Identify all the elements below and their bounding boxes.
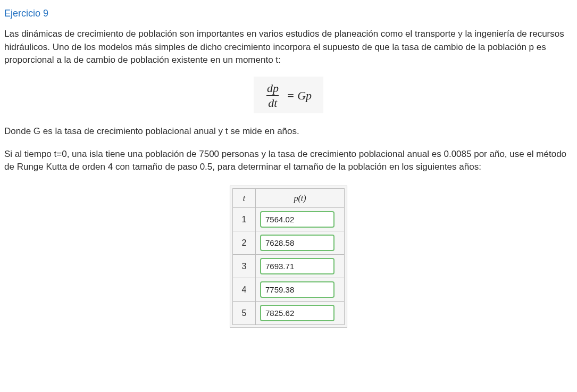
exercise-title: Ejercicio 9 xyxy=(4,6,573,20)
t-value: 1 xyxy=(233,208,256,231)
equation-block: dp dt = Gp xyxy=(4,77,573,113)
equation-numerator: dp xyxy=(265,82,280,95)
equation: dp dt = Gp xyxy=(265,82,312,109)
answer-input[interactable] xyxy=(260,281,335,298)
answer-input[interactable] xyxy=(260,235,335,251)
problem-paragraph-2: Donde G es la tasa de crecimiento poblac… xyxy=(4,125,573,138)
answer-input[interactable] xyxy=(260,305,335,321)
t-value: 4 xyxy=(233,278,256,302)
table-row: 2 xyxy=(233,231,345,255)
table-row: 5 xyxy=(233,302,345,325)
problem-paragraph-3: Si al tiempo t=0, una isla tiene una pob… xyxy=(4,148,573,174)
t-value: 2 xyxy=(233,231,256,255)
table-row: 3 xyxy=(233,255,345,278)
answer-table: t p(t) 1 2 xyxy=(232,188,345,325)
column-header-pt: p(t) xyxy=(256,189,345,208)
answer-input[interactable] xyxy=(260,258,335,274)
t-value: 3 xyxy=(233,255,256,278)
equation-fraction: dp dt xyxy=(265,82,280,109)
equation-box: dp dt = Gp xyxy=(254,77,323,113)
equation-rhs: = Gp xyxy=(287,87,312,104)
problem-paragraph-1: Las dinámicas de crecimiento de població… xyxy=(4,28,573,67)
table-row: 4 xyxy=(233,278,345,302)
answer-table-container: t p(t) 1 2 xyxy=(230,186,347,328)
table-row: 1 xyxy=(233,208,345,231)
column-header-t: t xyxy=(233,189,256,208)
answer-input[interactable] xyxy=(260,211,335,228)
equation-denominator: dt xyxy=(266,95,279,109)
t-value: 5 xyxy=(233,302,256,325)
